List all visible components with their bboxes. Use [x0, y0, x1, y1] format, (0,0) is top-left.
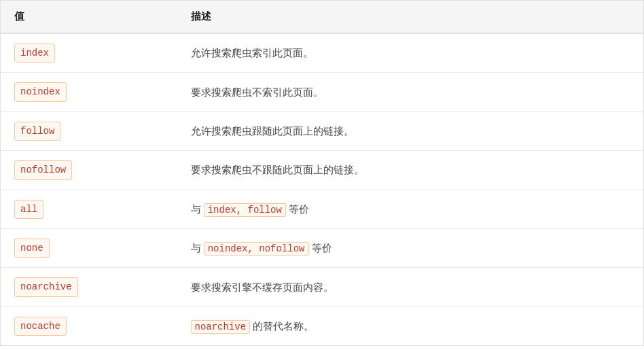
table-row: noarchive要求搜索引擎不缓存页面内容。: [1, 268, 644, 307]
desc-cell-none: 与 noindex, nofollow 等价: [177, 228, 644, 267]
code-tag-noarchive: noarchive: [14, 277, 78, 296]
header-value: 值: [1, 1, 177, 34]
code-inline: index, follow: [204, 203, 286, 217]
value-cell-all: all: [1, 190, 177, 228]
desc-cell-nofollow: 要求搜索爬虫不跟随此页面上的链接。: [177, 151, 644, 190]
code-tag-nocache: nocache: [14, 317, 67, 336]
table-header-row: 值 描述: [1, 1, 644, 34]
code-tag-follow: follow: [14, 122, 60, 141]
desc-cell-index: 允许搜索爬虫索引此页面。: [177, 33, 644, 73]
value-cell-none: none: [1, 228, 177, 267]
desc-cell-nocache: noarchive 的替代名称。: [177, 307, 644, 345]
desc-cell-all: 与 index, follow 等价: [177, 190, 644, 228]
table-row: nofollow要求搜索爬虫不跟随此页面上的链接。: [1, 151, 644, 190]
value-cell-nofollow: nofollow: [1, 151, 177, 190]
code-inline: noindex, nofollow: [204, 242, 309, 256]
header-description: 描述: [177, 1, 644, 34]
value-cell-index: index: [1, 33, 177, 73]
table-row: none与 noindex, nofollow 等价: [1, 228, 644, 267]
code-tag-index: index: [14, 43, 55, 63]
code-tag-none: none: [14, 239, 50, 258]
table-row: nocache noarchive 的替代名称。: [1, 307, 644, 345]
value-cell-noindex: noindex: [1, 73, 177, 111]
desc-cell-follow: 允许搜索爬虫跟随此页面上的链接。: [177, 111, 644, 150]
code-tag-all: all: [14, 200, 43, 219]
table-row: all与 index, follow 等价: [1, 190, 644, 228]
value-cell-noarchive: noarchive: [1, 268, 177, 307]
desc-cell-noarchive: 要求搜索引擎不缓存页面内容。: [177, 268, 644, 307]
table-row: index允许搜索爬虫索引此页面。: [1, 33, 644, 73]
code-tag-nofollow: nofollow: [14, 160, 72, 179]
value-cell-follow: follow: [1, 111, 177, 150]
desc-cell-noindex: 要求搜索爬虫不索引此页面。: [177, 73, 644, 111]
table-row: follow允许搜索爬虫跟随此页面上的链接。: [1, 111, 644, 150]
code-inline: noarchive: [191, 320, 251, 334]
code-tag-noindex: noindex: [14, 82, 67, 101]
value-cell-nocache: nocache: [1, 307, 177, 345]
table-row: noindex要求搜索爬虫不索引此页面。: [1, 73, 644, 111]
reference-table: 值 描述 index允许搜索爬虫索引此页面。noindex要求搜索爬虫不索引此页…: [0, 0, 644, 346]
